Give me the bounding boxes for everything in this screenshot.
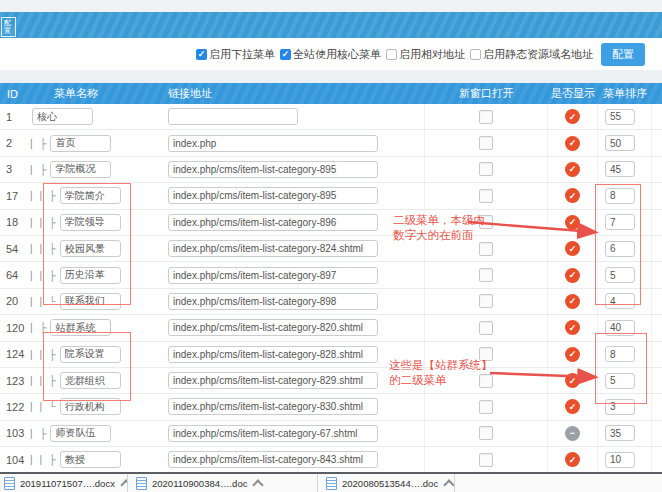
sort-input[interactable] bbox=[605, 267, 635, 283]
download-item[interactable]: 2020110900384….doc bbox=[128, 474, 318, 492]
chevron-up-icon[interactable] bbox=[443, 479, 454, 490]
link-input[interactable] bbox=[168, 240, 378, 257]
visible-check-icon[interactable]: ✓ bbox=[565, 399, 580, 414]
sort-input[interactable] bbox=[605, 425, 635, 441]
chevron-up-icon[interactable] bbox=[120, 479, 128, 490]
visible-cell: − bbox=[548, 421, 598, 446]
sort-input[interactable] bbox=[605, 188, 635, 204]
visible-cell: ✓ bbox=[548, 315, 598, 340]
sort-input[interactable] bbox=[605, 109, 635, 125]
link-input[interactable] bbox=[168, 346, 378, 363]
link-input[interactable] bbox=[168, 398, 378, 415]
menu-name-input[interactable] bbox=[60, 293, 121, 310]
menu-name-input[interactable] bbox=[60, 451, 121, 468]
link-input[interactable] bbox=[168, 187, 378, 204]
sort-input[interactable] bbox=[605, 214, 635, 230]
link-input[interactable] bbox=[168, 425, 378, 442]
new-window-checkbox[interactable] bbox=[479, 242, 493, 256]
menu-name-cell: | | ├ bbox=[26, 342, 165, 367]
visible-check-icon[interactable]: ✓ bbox=[565, 294, 580, 309]
sort-input[interactable] bbox=[605, 293, 635, 309]
sort-input[interactable] bbox=[605, 241, 635, 257]
checked-checkbox[interactable]: ✓ bbox=[196, 49, 207, 60]
top-strip bbox=[0, 0, 662, 12]
sort-input[interactable] bbox=[605, 320, 635, 336]
config-tab-badge[interactable]: 配置 bbox=[1, 17, 16, 37]
menu-name-input[interactable] bbox=[60, 372, 121, 389]
download-item[interactable]: 2020080513544….doc bbox=[318, 474, 455, 492]
sort-input[interactable] bbox=[605, 399, 635, 415]
config-button[interactable]: 配置 bbox=[601, 43, 645, 66]
visible-cell: ✓ bbox=[548, 236, 598, 261]
tree-prefix: | | ├ bbox=[30, 270, 58, 281]
row-id: 17 bbox=[0, 183, 26, 208]
sort-input[interactable] bbox=[605, 452, 635, 468]
chevron-up-icon[interactable] bbox=[253, 479, 264, 490]
table-row: 123| | ├✓ bbox=[0, 368, 662, 394]
visible-check-icon[interactable]: ✓ bbox=[565, 136, 580, 151]
link-cell bbox=[165, 262, 425, 287]
new-window-checkbox[interactable] bbox=[479, 162, 493, 176]
link-cell bbox=[165, 394, 425, 419]
link-input[interactable] bbox=[168, 451, 378, 468]
sort-input[interactable] bbox=[605, 161, 635, 177]
checked-checkbox[interactable]: ✓ bbox=[280, 49, 291, 60]
new-window-checkbox[interactable] bbox=[479, 189, 493, 203]
link-input[interactable] bbox=[168, 161, 378, 178]
table-row: 103| ├− bbox=[0, 421, 662, 447]
menu-name-input[interactable] bbox=[60, 267, 121, 284]
new-window-checkbox[interactable] bbox=[479, 136, 493, 150]
link-input[interactable] bbox=[168, 108, 298, 125]
new-window-cell bbox=[425, 130, 548, 155]
new-window-checkbox[interactable] bbox=[479, 400, 493, 414]
link-input[interactable] bbox=[168, 267, 378, 284]
new-window-checkbox[interactable] bbox=[479, 426, 493, 440]
sort-input[interactable] bbox=[605, 346, 635, 362]
menu-name-input[interactable] bbox=[60, 398, 121, 415]
link-input[interactable] bbox=[168, 293, 378, 310]
new-window-checkbox[interactable] bbox=[479, 110, 493, 124]
menu-name-input[interactable] bbox=[60, 346, 121, 363]
visible-check-icon[interactable]: ✓ bbox=[565, 215, 580, 230]
tree-prefix: | ├ bbox=[30, 322, 48, 333]
visible-check-icon[interactable]: ✓ bbox=[565, 188, 580, 203]
visible-check-icon[interactable]: ✓ bbox=[565, 320, 580, 335]
word-doc-icon bbox=[4, 477, 15, 490]
new-window-checkbox[interactable] bbox=[479, 321, 493, 335]
menu-name-input[interactable] bbox=[60, 187, 121, 204]
menu-name-input[interactable] bbox=[50, 161, 111, 178]
link-cell bbox=[165, 130, 425, 155]
sort-input[interactable] bbox=[605, 135, 635, 151]
menu-name-input[interactable] bbox=[50, 135, 111, 152]
menu-name-input[interactable] bbox=[50, 425, 111, 442]
sort-cell bbox=[598, 315, 652, 340]
visible-check-icon[interactable]: ✓ bbox=[565, 347, 580, 362]
new-window-checkbox[interactable] bbox=[479, 268, 493, 282]
new-window-checkbox[interactable] bbox=[479, 453, 493, 467]
sort-input[interactable] bbox=[605, 373, 635, 389]
link-input[interactable] bbox=[168, 214, 378, 231]
link-input[interactable] bbox=[168, 319, 378, 336]
new-window-checkbox[interactable] bbox=[479, 294, 493, 308]
visible-check-icon[interactable]: ✓ bbox=[565, 373, 580, 388]
visible-check-icon[interactable]: ✓ bbox=[565, 452, 580, 467]
menu-name-input[interactable] bbox=[60, 214, 121, 231]
annotation-note-sitegroup: 这些是【站群系统】 的二级菜单 bbox=[389, 358, 493, 388]
download-item[interactable]: 201911071507….docx bbox=[0, 474, 128, 492]
unchecked-checkbox[interactable] bbox=[470, 49, 481, 60]
visible-cell: ✓ bbox=[548, 262, 598, 287]
menu-name-input[interactable] bbox=[60, 240, 121, 257]
visible-disabled-icon[interactable]: − bbox=[565, 426, 580, 441]
table-row: 124| | ├✓ bbox=[0, 342, 662, 368]
visible-cell: ✓ bbox=[548, 157, 598, 182]
unchecked-checkbox[interactable] bbox=[386, 49, 397, 60]
menu-name-input[interactable] bbox=[50, 319, 111, 336]
link-input[interactable] bbox=[168, 372, 378, 389]
visible-check-icon[interactable]: ✓ bbox=[565, 241, 580, 256]
column-header-new-window: 新窗口打开 bbox=[425, 86, 548, 101]
link-input[interactable] bbox=[168, 135, 378, 152]
menu-name-input[interactable] bbox=[32, 108, 93, 125]
visible-check-icon[interactable]: ✓ bbox=[565, 109, 580, 124]
visible-check-icon[interactable]: ✓ bbox=[565, 162, 580, 177]
visible-check-icon[interactable]: ✓ bbox=[565, 268, 580, 283]
